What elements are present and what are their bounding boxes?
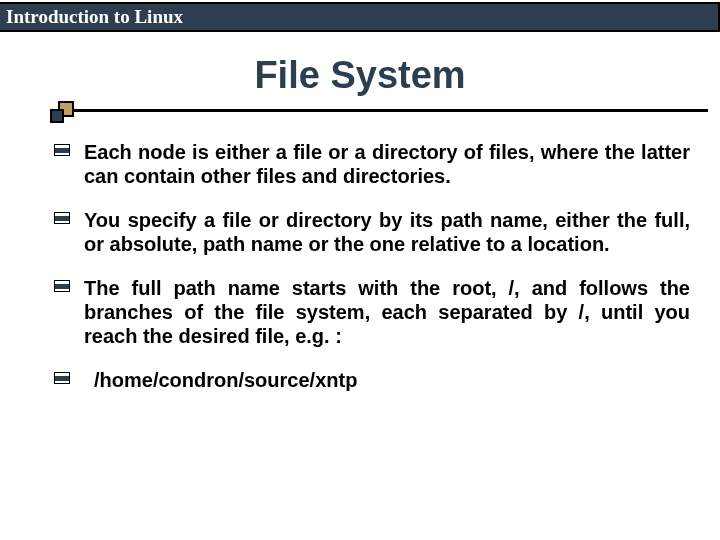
slide-title: File System — [0, 54, 720, 97]
bullet-item: The full path name starts with the root,… — [54, 276, 690, 348]
bullet-icon — [54, 144, 70, 156]
bullet-item: /home/condron/source/xntp — [54, 368, 690, 392]
bullet-text: Each node is either a file or a director… — [84, 141, 690, 187]
content-area: Each node is either a file or a director… — [54, 140, 690, 412]
divider-line — [54, 109, 708, 112]
bullet-text: You specify a file or directory by its p… — [84, 209, 690, 255]
bullet-icon — [54, 280, 70, 292]
header-title: Introduction to Linux — [0, 6, 183, 28]
bullet-list: Each node is either a file or a director… — [54, 140, 690, 392]
title-divider — [0, 103, 720, 119]
bullet-item: Each node is either a file or a director… — [54, 140, 690, 188]
example-path: /home/condron/source/xntp — [84, 369, 357, 391]
title-area: File System — [0, 54, 720, 119]
header-bar: Introduction to Linux — [0, 2, 720, 32]
bullet-text: The full path name starts with the root,… — [84, 277, 690, 347]
bullet-icon — [54, 212, 70, 224]
slide: Introduction to Linux File System Each n… — [0, 0, 720, 540]
bullet-item: You specify a file or directory by its p… — [54, 208, 690, 256]
bullet-icon — [54, 372, 70, 384]
deco-square-navy — [50, 109, 64, 123]
